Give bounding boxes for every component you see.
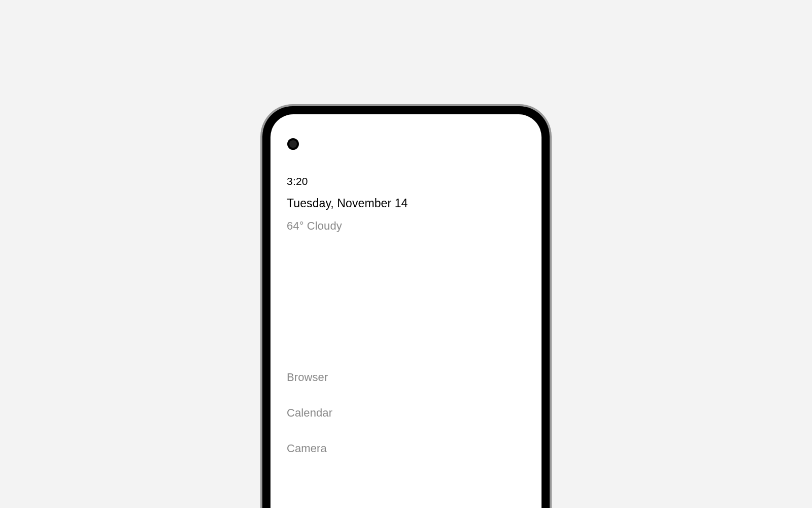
phone-screen: 3:20 Tuesday, November 14 64° Cloudy Bro…	[270, 114, 542, 508]
app-item-browser[interactable]: Browser	[287, 360, 525, 395]
home-content: 3:20 Tuesday, November 14 64° Cloudy Bro…	[270, 114, 542, 466]
phone-bezel: 3:20 Tuesday, November 14 64° Cloudy Bro…	[262, 106, 550, 508]
app-list: Browser Calendar Camera	[287, 360, 525, 466]
phone-frame: 3:20 Tuesday, November 14 64° Cloudy Bro…	[260, 104, 552, 508]
weather-label[interactable]: 64° Cloudy	[287, 219, 525, 233]
app-item-camera[interactable]: Camera	[287, 431, 525, 466]
app-item-calendar[interactable]: Calendar	[287, 395, 525, 431]
clock-time[interactable]: 3:20	[287, 175, 525, 187]
date-label[interactable]: Tuesday, November 14	[287, 197, 525, 210]
camera-cutout-icon	[287, 138, 299, 150]
